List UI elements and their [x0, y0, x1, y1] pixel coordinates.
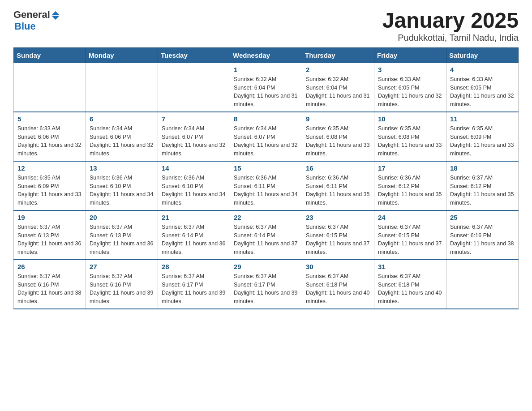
calendar-cell: 1Sunrise: 6:32 AM Sunset: 6:04 PM Daylig… — [230, 63, 302, 112]
calendar-cell: 5Sunrise: 6:33 AM Sunset: 6:06 PM Daylig… — [14, 112, 86, 161]
calendar-cell: 19Sunrise: 6:37 AM Sunset: 6:13 PM Dayli… — [14, 210, 86, 260]
calendar-header-wednesday: Wednesday — [230, 47, 302, 63]
day-info: Sunrise: 6:36 AM Sunset: 6:11 PM Dayligh… — [306, 174, 370, 207]
day-number: 8 — [234, 115, 298, 123]
calendar-cell: 24Sunrise: 6:37 AM Sunset: 6:15 PM Dayli… — [374, 210, 446, 260]
calendar-cell: 31Sunrise: 6:37 AM Sunset: 6:18 PM Dayli… — [374, 260, 446, 309]
calendar-cell — [446, 260, 519, 309]
calendar-cell — [158, 63, 230, 112]
day-number: 15 — [234, 164, 298, 172]
logo-blue-text: Blue — [14, 21, 36, 32]
calendar-week-row: 5Sunrise: 6:33 AM Sunset: 6:06 PM Daylig… — [14, 112, 519, 161]
day-info: Sunrise: 6:36 AM Sunset: 6:12 PM Dayligh… — [378, 174, 442, 207]
day-number: 7 — [162, 115, 226, 123]
page-header: General Blue January 2025 Pudukkottai, T… — [13, 9, 519, 43]
logo: General Blue — [13, 9, 60, 32]
calendar-cell: 2Sunrise: 6:32 AM Sunset: 6:04 PM Daylig… — [302, 63, 374, 112]
day-number: 31 — [378, 263, 442, 270]
calendar-week-row: 19Sunrise: 6:37 AM Sunset: 6:13 PM Dayli… — [14, 210, 519, 260]
calendar-cell: 10Sunrise: 6:35 AM Sunset: 6:08 PM Dayli… — [374, 112, 446, 161]
day-info: Sunrise: 6:37 AM Sunset: 6:16 PM Dayligh… — [17, 272, 82, 306]
calendar-header-sunday: Sunday — [14, 47, 86, 63]
calendar-cell: 28Sunrise: 6:37 AM Sunset: 6:17 PM Dayli… — [158, 260, 230, 309]
day-number: 12 — [17, 164, 82, 172]
day-info: Sunrise: 6:36 AM Sunset: 6:10 PM Dayligh… — [90, 174, 154, 207]
day-info: Sunrise: 6:35 AM Sunset: 6:08 PM Dayligh… — [306, 124, 370, 158]
calendar-cell: 22Sunrise: 6:37 AM Sunset: 6:14 PM Dayli… — [230, 210, 302, 260]
logo-general-text: General — [13, 9, 50, 21]
day-info: Sunrise: 6:34 AM Sunset: 6:06 PM Dayligh… — [90, 124, 154, 158]
calendar-cell: 15Sunrise: 6:36 AM Sunset: 6:11 PM Dayli… — [230, 161, 302, 210]
calendar-header-row: SundayMondayTuesdayWednesdayThursdayFrid… — [14, 47, 519, 63]
day-number: 9 — [306, 115, 370, 123]
day-info: Sunrise: 6:33 AM Sunset: 6:05 PM Dayligh… — [378, 75, 442, 109]
calendar-cell: 3Sunrise: 6:33 AM Sunset: 6:05 PM Daylig… — [374, 63, 446, 112]
day-info: Sunrise: 6:37 AM Sunset: 6:16 PM Dayligh… — [90, 272, 154, 306]
day-number: 22 — [234, 214, 298, 221]
day-number: 1 — [234, 66, 298, 73]
calendar-cell: 11Sunrise: 6:35 AM Sunset: 6:09 PM Dayli… — [446, 112, 519, 161]
day-number: 13 — [90, 164, 154, 172]
day-number: 18 — [450, 164, 515, 172]
day-number: 3 — [378, 66, 442, 73]
calendar-week-row: 26Sunrise: 6:37 AM Sunset: 6:16 PM Dayli… — [14, 260, 519, 309]
day-info: Sunrise: 6:37 AM Sunset: 6:18 PM Dayligh… — [378, 272, 442, 306]
day-number: 6 — [90, 115, 154, 123]
day-number: 20 — [90, 214, 154, 221]
calendar-table: SundayMondayTuesdayWednesdayThursdayFrid… — [13, 47, 519, 309]
page-subtitle: Pudukkottai, Tamil Nadu, India — [382, 33, 519, 43]
calendar-cell: 25Sunrise: 6:37 AM Sunset: 6:16 PM Dayli… — [446, 210, 519, 260]
page-title: January 2025 — [382, 9, 519, 33]
calendar-cell: 7Sunrise: 6:34 AM Sunset: 6:07 PM Daylig… — [158, 112, 230, 161]
day-number: 14 — [162, 164, 226, 172]
day-info: Sunrise: 6:32 AM Sunset: 6:04 PM Dayligh… — [306, 75, 370, 109]
calendar-cell: 9Sunrise: 6:35 AM Sunset: 6:08 PM Daylig… — [302, 112, 374, 161]
calendar-cell: 13Sunrise: 6:36 AM Sunset: 6:10 PM Dayli… — [86, 161, 158, 210]
calendar-header-tuesday: Tuesday — [158, 47, 230, 63]
calendar-cell: 29Sunrise: 6:37 AM Sunset: 6:17 PM Dayli… — [230, 260, 302, 309]
day-info: Sunrise: 6:37 AM Sunset: 6:17 PM Dayligh… — [234, 272, 298, 306]
calendar-cell: 20Sunrise: 6:37 AM Sunset: 6:13 PM Dayli… — [86, 210, 158, 260]
day-info: Sunrise: 6:36 AM Sunset: 6:10 PM Dayligh… — [162, 174, 226, 207]
day-number: 26 — [17, 263, 82, 270]
calendar-header-monday: Monday — [86, 47, 158, 63]
day-info: Sunrise: 6:37 AM Sunset: 6:15 PM Dayligh… — [306, 223, 370, 257]
day-info: Sunrise: 6:37 AM Sunset: 6:16 PM Dayligh… — [450, 223, 515, 257]
day-number: 10 — [378, 115, 442, 123]
day-number: 27 — [90, 263, 154, 270]
day-number: 29 — [234, 263, 298, 270]
day-info: Sunrise: 6:37 AM Sunset: 6:14 PM Dayligh… — [234, 223, 298, 257]
day-info: Sunrise: 6:37 AM Sunset: 6:13 PM Dayligh… — [90, 223, 154, 257]
calendar-cell: 12Sunrise: 6:35 AM Sunset: 6:09 PM Dayli… — [14, 161, 86, 210]
day-number: 30 — [306, 263, 370, 270]
day-number: 23 — [306, 214, 370, 221]
day-number: 17 — [378, 164, 442, 172]
day-info: Sunrise: 6:37 AM Sunset: 6:13 PM Dayligh… — [17, 223, 82, 257]
calendar-cell: 21Sunrise: 6:37 AM Sunset: 6:14 PM Dayli… — [158, 210, 230, 260]
day-info: Sunrise: 6:36 AM Sunset: 6:11 PM Dayligh… — [234, 174, 298, 207]
day-number: 19 — [17, 214, 82, 221]
day-number: 28 — [162, 263, 226, 270]
calendar-cell: 23Sunrise: 6:37 AM Sunset: 6:15 PM Dayli… — [302, 210, 374, 260]
calendar-cell — [14, 63, 86, 112]
calendar-header-friday: Friday — [374, 47, 446, 63]
day-number: 16 — [306, 164, 370, 172]
day-info: Sunrise: 6:37 AM Sunset: 6:12 PM Dayligh… — [450, 174, 515, 207]
day-info: Sunrise: 6:37 AM Sunset: 6:14 PM Dayligh… — [162, 223, 226, 257]
calendar-cell: 30Sunrise: 6:37 AM Sunset: 6:18 PM Dayli… — [302, 260, 374, 309]
calendar-week-row: 12Sunrise: 6:35 AM Sunset: 6:09 PM Dayli… — [14, 161, 519, 210]
day-info: Sunrise: 6:34 AM Sunset: 6:07 PM Dayligh… — [162, 124, 226, 158]
day-info: Sunrise: 6:33 AM Sunset: 6:06 PM Dayligh… — [17, 124, 82, 158]
calendar-cell: 17Sunrise: 6:36 AM Sunset: 6:12 PM Dayli… — [374, 161, 446, 210]
calendar-header-saturday: Saturday — [446, 47, 519, 63]
calendar-cell: 8Sunrise: 6:34 AM Sunset: 6:07 PM Daylig… — [230, 112, 302, 161]
day-info: Sunrise: 6:35 AM Sunset: 6:09 PM Dayligh… — [17, 174, 82, 207]
calendar-cell: 16Sunrise: 6:36 AM Sunset: 6:11 PM Dayli… — [302, 161, 374, 210]
day-info: Sunrise: 6:33 AM Sunset: 6:05 PM Dayligh… — [450, 75, 515, 109]
day-info: Sunrise: 6:35 AM Sunset: 6:08 PM Dayligh… — [378, 124, 442, 158]
day-info: Sunrise: 6:35 AM Sunset: 6:09 PM Dayligh… — [450, 124, 515, 158]
day-number: 25 — [450, 214, 515, 221]
calendar-week-row: 1Sunrise: 6:32 AM Sunset: 6:04 PM Daylig… — [14, 63, 519, 112]
day-number: 5 — [17, 115, 82, 123]
calendar-cell: 27Sunrise: 6:37 AM Sunset: 6:16 PM Dayli… — [86, 260, 158, 309]
